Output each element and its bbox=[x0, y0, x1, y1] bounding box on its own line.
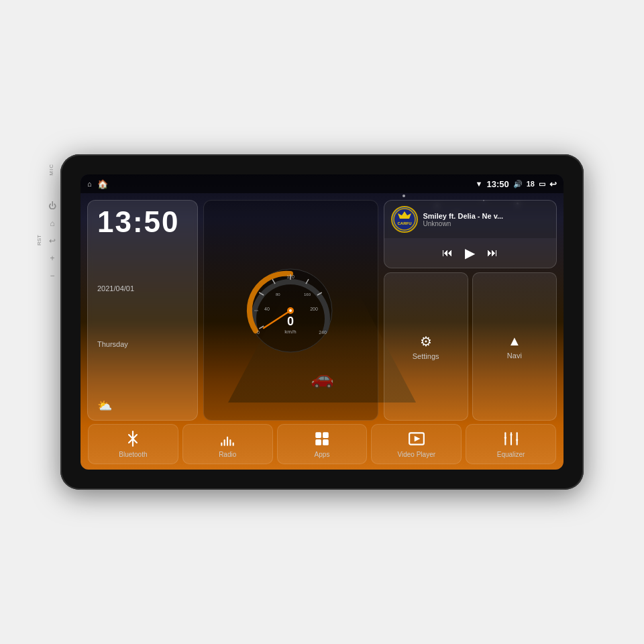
screen: 🚗 ⌂ 🏠 ▼ 13:50 🔊 18 ▭ ↩ bbox=[80, 174, 564, 470]
settings-button[interactable]: ⚙ Settings bbox=[384, 272, 468, 421]
clock-widget: 13:50 2021/04/01 Thursday ⛅ bbox=[87, 200, 198, 421]
apps-button[interactable]: Apps bbox=[277, 424, 368, 464]
music-artist: Unknown bbox=[423, 220, 550, 227]
svg-text:80: 80 bbox=[276, 292, 280, 297]
car-head-unit: MIC RST ⏻ ⌂ ↩ + − 🚗 ⌂ 🏠 ▼ 13:50 bbox=[60, 154, 584, 490]
svg-rect-32 bbox=[323, 439, 329, 445]
clock-time: 13:50 bbox=[97, 207, 188, 237]
weather-display: ⛅ bbox=[97, 398, 188, 413]
svg-text:40: 40 bbox=[264, 307, 270, 311]
volume-icon: 🔊 bbox=[513, 180, 523, 189]
radio-label: Radio bbox=[219, 451, 236, 458]
next-button[interactable]: ⏭ bbox=[487, 247, 498, 259]
bluetooth-label: Bluetooth bbox=[119, 451, 147, 458]
status-center: ▼ 13:50 🔊 18 ▭ ↩ bbox=[476, 179, 557, 189]
svg-text:0: 0 bbox=[287, 315, 294, 328]
svg-point-40 bbox=[510, 433, 512, 435]
battery-icon: ▭ bbox=[539, 180, 545, 189]
svg-rect-25 bbox=[224, 439, 225, 446]
home-side-icon[interactable]: ⌂ bbox=[50, 219, 54, 228]
music-widget: CARFU Smiley ft. Delia - Ne v... Unknown… bbox=[384, 200, 557, 268]
equalizer-icon bbox=[502, 430, 520, 447]
settings-navi-row: ⚙ Settings ▲ Navi bbox=[384, 272, 557, 421]
music-controls: ⏮ ▶ ⏭ bbox=[384, 238, 557, 268]
apps-icon bbox=[313, 430, 331, 447]
svg-rect-28 bbox=[233, 442, 234, 445]
navi-label: Navi bbox=[507, 352, 522, 360]
settings-label: Settings bbox=[413, 352, 439, 360]
widgets-row: 13:50 2021/04/01 Thursday ⛅ bbox=[80, 193, 564, 424]
svg-text:CARFU: CARFU bbox=[397, 221, 411, 225]
status-time: 13:50 bbox=[487, 179, 509, 189]
navi-button[interactable]: ▲ Navi bbox=[472, 272, 557, 421]
equalizer-button[interactable]: Equalizer bbox=[466, 424, 556, 464]
wifi-icon: ▼ bbox=[476, 180, 483, 188]
svg-text:0: 0 bbox=[257, 330, 260, 335]
apps-label: Apps bbox=[315, 451, 330, 458]
svg-marker-34 bbox=[415, 436, 421, 442]
prev-button[interactable]: ⏮ bbox=[442, 247, 453, 259]
radio-icon bbox=[219, 430, 236, 447]
svg-text:km/h: km/h bbox=[285, 329, 297, 335]
play-button[interactable]: ▶ bbox=[465, 245, 475, 261]
svg-point-43 bbox=[516, 439, 518, 441]
svg-rect-24 bbox=[221, 442, 222, 445]
svg-text:200: 200 bbox=[310, 307, 318, 311]
vol-up-icon[interactable]: + bbox=[50, 254, 54, 263]
house-filled-icon[interactable]: 🏠 bbox=[97, 179, 108, 189]
home-icon[interactable]: ⌂ bbox=[87, 180, 92, 188]
status-left: ⌂ 🏠 bbox=[87, 179, 476, 189]
right-panel: CARFU Smiley ft. Delia - Ne v... Unknown… bbox=[384, 200, 557, 421]
music-logo: CARFU bbox=[391, 206, 418, 233]
svg-point-37 bbox=[504, 437, 506, 439]
rst-label: RST bbox=[36, 235, 42, 246]
mic-label: MIC bbox=[48, 164, 54, 176]
svg-rect-29 bbox=[315, 432, 321, 438]
svg-rect-30 bbox=[323, 432, 329, 438]
vol-down-icon[interactable]: − bbox=[50, 271, 54, 280]
app-bar: Bluetooth Radio bbox=[80, 424, 564, 470]
svg-point-17 bbox=[289, 309, 292, 312]
music-info: Smiley ft. Delia - Ne v... Unknown bbox=[423, 212, 550, 227]
svg-rect-26 bbox=[227, 437, 228, 446]
weather-icon: ⛅ bbox=[97, 398, 112, 413]
power-icon[interactable]: ⏻ bbox=[48, 201, 56, 211]
main-content: 13:50 2021/04/01 Thursday ⛅ bbox=[80, 193, 564, 470]
speedometer-svg: 0 40 120 200 240 80 160 bbox=[244, 264, 337, 358]
svg-text:240: 240 bbox=[319, 330, 327, 335]
volume-level: 18 bbox=[527, 180, 535, 188]
video-label: Video Player bbox=[398, 451, 436, 458]
music-title: Smiley ft. Delia - Ne v... bbox=[423, 212, 550, 220]
video-button[interactable]: Video Player bbox=[371, 424, 462, 464]
bluetooth-icon bbox=[124, 430, 142, 447]
svg-rect-27 bbox=[229, 439, 231, 446]
svg-text:160: 160 bbox=[304, 292, 311, 297]
back-side-icon[interactable]: ↩ bbox=[49, 236, 56, 246]
speedometer-widget: 0 40 120 200 240 80 160 bbox=[203, 200, 378, 421]
bluetooth-button[interactable]: Bluetooth bbox=[88, 424, 178, 464]
side-controls: RST ⏻ ⌂ ↩ + − bbox=[48, 201, 56, 280]
video-icon bbox=[408, 430, 425, 447]
back-icon[interactable]: ↩ bbox=[549, 179, 557, 189]
settings-icon: ⚙ bbox=[420, 333, 432, 350]
svg-rect-31 bbox=[315, 439, 321, 445]
radio-button[interactable]: Radio bbox=[182, 424, 273, 464]
equalizer-label: Equalizer bbox=[497, 451, 525, 458]
music-top: CARFU Smiley ft. Delia - Ne v... Unknown bbox=[384, 201, 557, 238]
clock-date: 2021/04/01 bbox=[97, 284, 188, 292]
navi-icon: ▲ bbox=[508, 333, 521, 349]
status-bar: ⌂ 🏠 ▼ 13:50 🔊 18 ▭ ↩ bbox=[80, 174, 564, 193]
clock-day: Thursday bbox=[97, 340, 188, 348]
